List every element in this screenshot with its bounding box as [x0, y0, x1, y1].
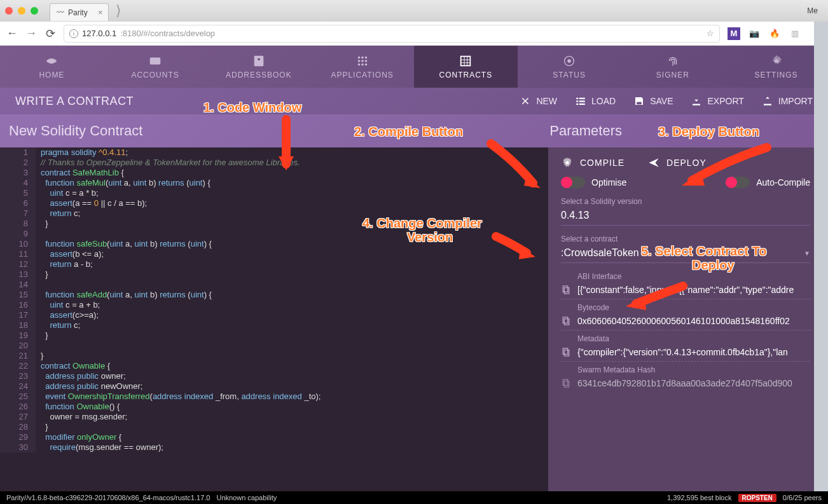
code-line: 30 require(msg.sender == owner); [0, 442, 548, 453]
line-number: 1 [0, 147, 36, 158]
autocompile-toggle[interactable]: Auto-Compile [726, 177, 810, 188]
action-label: IMPORT [778, 96, 813, 106]
line-number: 12 [0, 259, 36, 269]
code-content: pragma solidity ^0.4.11; [36, 147, 128, 158]
nav-addressbook[interactable]: ADDRESSBOOK [207, 46, 311, 88]
code-line: 29 modifier onlyOwner { [0, 432, 548, 442]
svg-point-8 [364, 60, 367, 62]
toggle-label: Auto-Compile [756, 177, 810, 187]
page-title: WRITE A CONTRACT [15, 95, 134, 108]
copy-icon[interactable] [561, 378, 571, 388]
optimise-toggle[interactable]: Optimise [561, 177, 626, 188]
copy-icon[interactable] [561, 285, 571, 295]
svg-rect-35 [564, 381, 569, 387]
back-button[interactable]: ← [6, 27, 18, 40]
svg-point-4 [361, 57, 364, 59]
bytecode-label: Bytecode [577, 303, 810, 312]
forward-button[interactable]: → [25, 27, 37, 40]
code-content: address public newOwner; [36, 381, 142, 392]
new-tab-button[interactable]: ⟩ [111, 3, 127, 18]
metadata-row[interactable]: {"compiler":{"version":"0.4.13+commit.0f… [561, 343, 810, 362]
code-line: 23 address public owner; [0, 371, 548, 381]
browser-tabbar: 〰 Parity × ⟩ Me [0, 0, 828, 22]
svg-rect-34 [563, 379, 567, 385]
code-content: contract Ownable { [36, 361, 110, 371]
nav-accounts[interactable]: ACCOUNTS [104, 46, 207, 88]
line-number: 3 [0, 168, 36, 178]
svg-point-5 [364, 57, 367, 59]
nav-applications[interactable]: APPLICATIONS [310, 46, 414, 88]
code-line: 13 } [0, 269, 548, 280]
line-number: 6 [0, 198, 36, 208]
reload-button[interactable]: ⟳ [45, 27, 56, 41]
bookmark-star-icon[interactable]: ☆ [707, 29, 714, 38]
svg-point-6 [357, 60, 360, 62]
nav-contracts[interactable]: CONTRACTS [414, 46, 518, 88]
load-button[interactable]: LOAD [575, 95, 616, 107]
toggle-switch[interactable] [726, 177, 750, 188]
new-button[interactable]: NEW [520, 95, 557, 107]
url-path: :8180/#/contracts/develop [120, 29, 215, 38]
code-line: 11 assert(b <= a); [0, 249, 548, 259]
code-line: 26 function Ownable() { [0, 402, 548, 412]
line-number: 4 [0, 178, 36, 188]
browser-profile[interactable]: Me [807, 6, 823, 15]
svg-rect-1 [254, 56, 264, 67]
contract-select-label: Select a contract [561, 235, 810, 243]
toggle-label: Optimise [591, 177, 626, 187]
wallet-icon [148, 54, 162, 68]
chevron-down-icon: ▼ [804, 250, 810, 257]
svg-point-17 [567, 59, 571, 63]
close-window-button[interactable] [5, 7, 13, 15]
abi-row[interactable]: [{"constant":false,"inputs":[{"name":"ad… [561, 281, 810, 299]
svg-rect-29 [564, 288, 569, 294]
code-content: function Ownable() { [36, 402, 120, 412]
code-line: 24 address public newOwner; [0, 381, 548, 392]
copy-icon[interactable] [561, 347, 571, 357]
browser-chrome: 〰 Parity × ⟩ Me ← → ⟳ i 127.0.0.1:8180/#… [0, 0, 828, 46]
toggle-switch[interactable] [561, 177, 585, 188]
extension-1-icon[interactable]: M [728, 27, 740, 40]
extension-camera-icon[interactable]: 📷 [748, 27, 761, 40]
code-content: return c; [36, 208, 80, 219]
line-number: 23 [0, 371, 36, 381]
svg-point-2 [258, 58, 260, 60]
nav-home[interactable]: HOME [0, 46, 104, 88]
line-number: 17 [0, 310, 36, 320]
code-editor[interactable]: 1pragma solidity ^0.4.11;2// Thanks to O… [0, 147, 548, 491]
extension-bars-icon[interactable]: ▥ [789, 27, 801, 40]
nav-signer[interactable]: SIGNER [621, 46, 725, 88]
export-button[interactable]: EXPORT [691, 95, 743, 107]
code-content [36, 280, 41, 290]
import-button[interactable]: IMPORT [762, 95, 813, 107]
status-best-block: 1,392,595 best block [667, 494, 732, 501]
browser-tab[interactable]: 〰 Parity × [50, 3, 109, 21]
tab-favicon: 〰 [57, 8, 64, 17]
swarm-row[interactable]: 6341ce4db792801b17d8aaa00a3ade27d407f5a0… [561, 374, 810, 392]
line-number: 30 [0, 442, 36, 453]
abi-value: [{"constant":false,"inputs":[{"name":"ad… [577, 285, 794, 295]
parameters-title: Parameters [549, 123, 622, 139]
line-number: 28 [0, 422, 36, 432]
code-content: assert(b <= a); [36, 249, 104, 259]
code-line: 17 assert(c>=a); [0, 310, 548, 320]
contract-name: New Solidity Contract [9, 123, 142, 139]
copy-icon[interactable] [561, 316, 571, 326]
nav-settings[interactable]: SETTINGS [724, 46, 828, 88]
version-select[interactable]: 0.4.13 [561, 207, 810, 226]
compile-button[interactable]: COMPILE [561, 156, 624, 169]
minimize-window-button[interactable] [18, 7, 25, 15]
extension-fire-icon[interactable]: 🔥 [768, 27, 781, 40]
window-edge [814, 0, 828, 504]
sub-header: New Solidity Contract Parameters [0, 114, 828, 147]
deploy-button[interactable]: DEPLOY [647, 156, 707, 169]
nav-status[interactable]: STATUS [518, 46, 621, 88]
close-tab-icon[interactable]: × [98, 8, 103, 17]
line-number: 29 [0, 432, 36, 442]
svg-rect-24 [576, 104, 578, 105]
save-button[interactable]: SAVE [633, 95, 673, 107]
contract-select[interactable]: :CrowdsaleToken▼ [561, 245, 810, 263]
url-input[interactable]: i 127.0.0.1:8180/#/contracts/develop ☆ [64, 25, 720, 43]
maximize-window-button[interactable] [31, 7, 38, 15]
bytecode-row[interactable]: 0x60606040526000600560146101000a81548160… [561, 312, 810, 330]
